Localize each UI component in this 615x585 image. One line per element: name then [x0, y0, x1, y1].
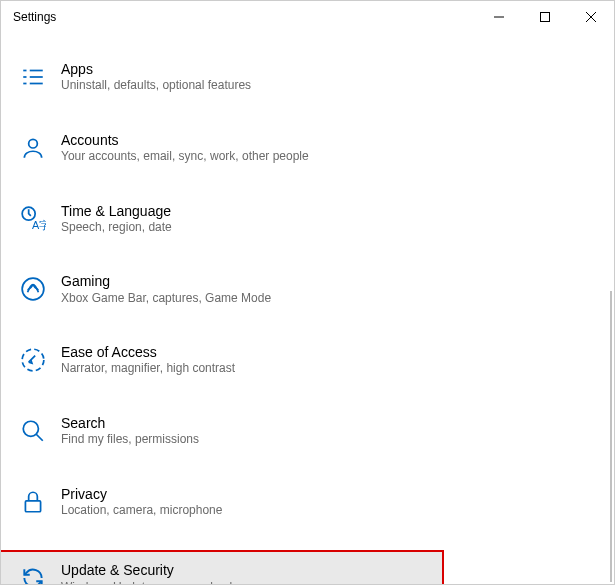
item-desc: Location, camera, microphone	[61, 503, 222, 519]
titlebar: Settings	[1, 1, 614, 33]
svg-rect-1	[541, 13, 550, 22]
item-title: Ease of Access	[61, 343, 235, 361]
scrollbar[interactable]	[610, 291, 612, 582]
svg-line-16	[36, 434, 43, 441]
settings-item-apps[interactable]: Apps Uninstall, defaults, optional featu…	[1, 51, 614, 103]
time-language-icon: A字	[19, 204, 47, 232]
item-title: Update & Security	[61, 561, 249, 579]
search-icon	[19, 417, 47, 445]
item-desc: Windows Update, recovery, backup	[61, 580, 249, 585]
svg-point-14	[22, 349, 44, 371]
minimize-button[interactable]	[476, 1, 522, 33]
privacy-icon	[19, 488, 47, 516]
svg-text:A字: A字	[32, 219, 46, 231]
settings-item-ease-of-access[interactable]: Ease of Access Narrator, magnifier, high…	[1, 334, 614, 386]
settings-item-accounts[interactable]: Accounts Your accounts, email, sync, wor…	[1, 122, 614, 174]
item-title: Search	[61, 414, 199, 432]
item-title: Gaming	[61, 272, 271, 290]
close-button[interactable]	[568, 1, 614, 33]
item-desc: Speech, region, date	[61, 220, 172, 236]
window-title: Settings	[13, 10, 56, 24]
window-controls	[476, 1, 614, 33]
item-title: Time & Language	[61, 202, 172, 220]
svg-point-13	[22, 278, 44, 300]
item-title: Apps	[61, 60, 251, 78]
gaming-icon	[19, 275, 47, 303]
accounts-icon	[19, 134, 47, 162]
item-desc: Find my files, permissions	[61, 432, 199, 448]
svg-point-15	[23, 421, 38, 436]
maximize-button[interactable]	[522, 1, 568, 33]
apps-icon	[19, 63, 47, 91]
settings-item-time-language[interactable]: A字 Time & Language Speech, region, date	[1, 193, 614, 245]
ease-of-access-icon	[19, 346, 47, 374]
item-desc: Uninstall, defaults, optional features	[61, 78, 251, 94]
settings-item-update-security[interactable]: Update & Security Windows Update, recove…	[0, 550, 444, 585]
item-desc: Your accounts, email, sync, work, other …	[61, 149, 309, 165]
item-title: Privacy	[61, 485, 222, 503]
item-title: Accounts	[61, 131, 309, 149]
update-security-icon	[19, 564, 47, 585]
item-desc: Xbox Game Bar, captures, Game Mode	[61, 291, 271, 307]
svg-point-10	[29, 139, 38, 148]
svg-rect-17	[25, 500, 40, 511]
settings-item-privacy[interactable]: Privacy Location, camera, microphone	[1, 476, 614, 528]
settings-list: Apps Uninstall, defaults, optional featu…	[1, 33, 614, 585]
item-desc: Narrator, magnifier, high contrast	[61, 361, 235, 377]
settings-item-gaming[interactable]: Gaming Xbox Game Bar, captures, Game Mod…	[1, 263, 614, 315]
settings-item-search[interactable]: Search Find my files, permissions	[1, 405, 614, 457]
